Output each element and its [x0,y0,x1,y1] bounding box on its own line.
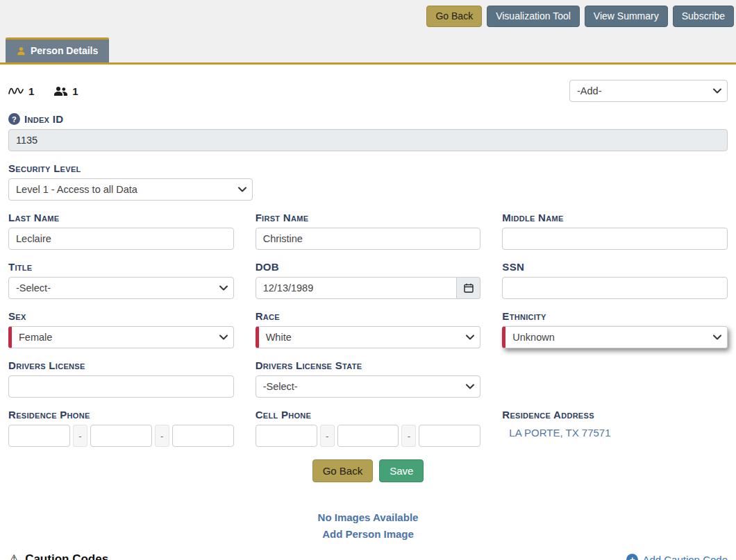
connections-count-value: 1 [28,85,34,97]
first-name-label: First Name [256,212,481,223]
residence-address-value: LA PORTE, TX 77571 [502,427,728,439]
signature-icon [8,86,24,96]
cell-phone-part-1[interactable] [256,425,317,447]
residence-phone-part-2[interactable] [90,425,152,447]
security-level-label: Security Level [8,162,728,174]
title-select-wrap: -Select- [8,277,234,299]
phone-separator: - [401,425,416,447]
middle-name-group: Middle Name [502,201,728,250]
drivers-license-field[interactable] [8,375,234,398]
title-select[interactable]: -Select- [8,277,234,299]
caution-codes-title: ⚠ Caution Codes [8,552,108,560]
race-select-wrap: White [256,326,481,348]
visualization-tool-button[interactable]: Visualization Tool [487,6,580,27]
residence-phone-part-1[interactable] [8,425,70,447]
topbar: Go Back Visualization Tool View Summary … [0,0,736,32]
record-counts: 1 1 [8,85,78,97]
race-select[interactable]: White [256,326,481,348]
residence-address-label: Residence Address [502,409,728,421]
sex-select-wrap: Female [8,326,234,348]
dob-field[interactable] [256,277,458,299]
go-back-button[interactable]: Go Back [312,459,374,482]
residence-address-group: Residence Address LA PORTE, TX 77571 [502,398,728,447]
sex-group: Sex Female [8,299,234,348]
drivers-license-state-group: Drivers License State -Select- [256,348,481,398]
tab-person-details[interactable]: Person Details [6,37,109,62]
cell-phone-part-2[interactable] [337,425,399,447]
drivers-license-state-select[interactable]: -Select- [256,375,481,398]
title-group: Title -Select- [8,250,234,299]
add-dropdown-wrap: -Add- [569,80,728,102]
calendar-icon [464,283,474,293]
security-level-select[interactable]: Level 1 - Access to all Data [8,178,253,201]
tab-label: Person Details [31,45,98,56]
save-button[interactable]: Save [379,459,424,482]
warning-icon: ⚠ [8,553,19,560]
phone-separator: - [320,425,335,447]
drivers-license-state-select-wrap: -Select- [256,375,481,398]
add-caution-code-link[interactable]: + Add Caution Code [626,554,728,560]
last-name-label: Last Name [8,212,234,223]
no-images-text: No Images Available [8,511,728,523]
drivers-license-label: Drivers License [8,359,234,371]
person-icon [17,46,26,56]
sex-label: Sex [8,310,234,322]
connections-count: 1 [8,85,34,97]
calendar-button[interactable] [457,277,480,299]
people-icon [53,86,67,96]
drivers-license-state-label: Drivers License State [256,359,481,371]
add-dropdown[interactable]: -Add- [569,80,728,102]
add-person-image-link[interactable]: Add Person Image [8,528,728,540]
sex-select[interactable]: Female [8,326,234,348]
tab-bar: Person Details [0,32,736,65]
race-label: Race [256,310,481,322]
middle-name-field[interactable] [502,228,728,250]
person-details-panel: 1 1 -Add- [0,80,736,560]
go-back-button-top[interactable]: Go Back [426,6,482,27]
index-id-field [8,129,728,151]
drivers-license-group: Drivers License [8,348,234,398]
plus-circle-icon: + [626,554,638,560]
phone-separator: - [155,425,169,447]
people-count: 1 [53,85,78,97]
phone-separator: - [73,425,87,447]
residence-phone-part-3[interactable] [172,425,234,447]
first-name-group: First Name [256,201,481,250]
ethnicity-label: Ethnicity [502,310,728,322]
cell-phone-label: Cell Phone [256,409,481,421]
ssn-field[interactable] [502,277,728,299]
ethnicity-select[interactable]: Unknown [502,326,728,348]
ethnicity-select-wrap: Unknown [502,326,728,348]
view-summary-button[interactable]: View Summary [585,6,668,27]
residence-phone-label: Residence Phone [8,409,234,421]
last-name-group: Last Name [8,201,234,250]
middle-name-label: Middle Name [502,212,728,223]
residence-phone-group: Residence Phone - - [8,398,234,447]
security-level-select-wrap: Level 1 - Access to all Data [8,178,253,201]
title-label: Title [8,261,234,273]
dob-label: DOB [256,261,481,273]
ethnicity-group: Ethnicity Unknown [502,299,728,348]
dob-group: DOB [256,250,481,299]
ssn-group: SSN [502,250,728,299]
index-id-label: ? Index ID [8,113,728,125]
last-name-field[interactable] [8,228,234,250]
subscribe-button[interactable]: Subscribe [673,6,734,27]
people-count-value: 1 [72,85,78,97]
cell-phone-group: Cell Phone - - [256,398,481,447]
help-icon[interactable]: ? [8,113,20,125]
cell-phone-part-3[interactable] [419,425,480,447]
race-group: Race White [256,299,481,348]
ssn-label: SSN [502,261,728,273]
first-name-field[interactable] [256,228,481,250]
